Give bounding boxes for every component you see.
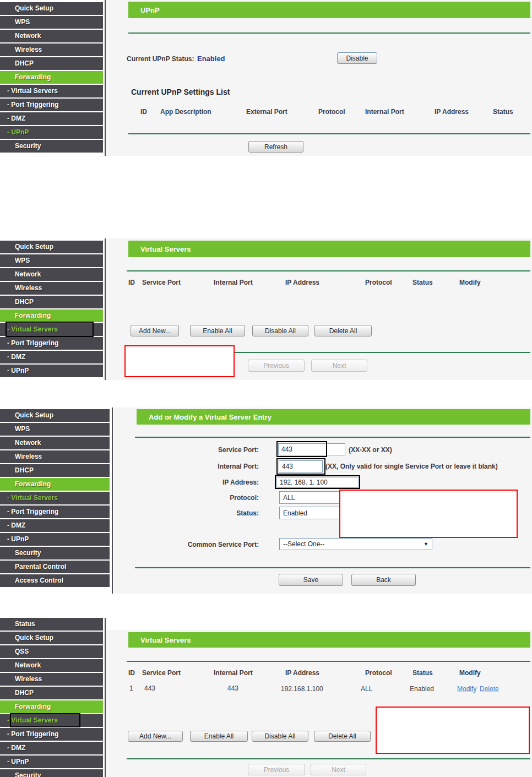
sidebar-item-virtual-servers[interactable]: - Virtual Servers	[0, 323, 103, 336]
add-new-button[interactable]: Add New...	[131, 325, 179, 336]
sidebar-item-wireless[interactable]: Wireless	[0, 673, 103, 686]
sidebar-item-network[interactable]: Network	[0, 268, 103, 281]
row-cell-status: Enabled	[410, 685, 434, 693]
save-button[interactable]: Save	[279, 574, 343, 586]
internal-port-label: Internal Port:	[127, 463, 259, 470]
sidebar-item-wireless[interactable]: Wireless	[0, 450, 110, 463]
sidebar-item-dmz[interactable]: - DMZ	[0, 742, 103, 754]
sidebar-item-port-triggering[interactable]: - Port Triggering	[0, 506, 110, 518]
sidebar-item-access-control[interactable]: Access Control	[0, 574, 110, 587]
sidebar-item-dhcp[interactable]: DHCP	[0, 296, 103, 308]
column-header-protocol: Protocol	[318, 108, 345, 116]
previous-button[interactable]: Previous	[248, 360, 305, 372]
sidebar-item-port-triggering[interactable]: - Port Triggering	[0, 99, 103, 111]
delete-all-button[interactable]: Delete All	[314, 325, 372, 336]
column-header-status: Status	[412, 279, 433, 286]
sidebar-item-network[interactable]: Network	[0, 30, 103, 42]
add-new-button[interactable]: Add New...	[128, 731, 183, 742]
disable-all-button[interactable]: Disable All	[252, 731, 308, 742]
sidebar-item-virtual-servers[interactable]: - Virtual Servers	[0, 492, 110, 504]
status-select-value: Enabled	[283, 509, 307, 517]
column-header-internal-port: Internal Port	[365, 108, 404, 116]
sidebar-item-forwarding[interactable]: Forwarding	[0, 700, 103, 713]
column-header-id: ID	[128, 279, 135, 286]
internal-port-input[interactable]	[279, 460, 323, 472]
sidebar-divider-2	[105, 238, 106, 380]
annotation-red-box-1	[124, 345, 235, 377]
dropdown-arrow-icon: ▼	[424, 541, 428, 547]
sidebar-item-quick-setup[interactable]: Quick Setup	[0, 2, 103, 15]
sidebar-item-qss[interactable]: QSS	[0, 645, 103, 658]
next-button[interactable]: Next	[311, 764, 366, 775]
sidebar-item-wireless[interactable]: Wireless	[0, 44, 103, 56]
sidebar-item-wps[interactable]: WPS	[0, 16, 103, 29]
separator-line	[135, 567, 530, 568]
separator-line	[128, 133, 530, 134]
modify-link[interactable]: Modify	[457, 685, 476, 693]
sidebar-item-virtual-servers[interactable]: - Virtual Servers	[0, 85, 103, 97]
sidebar-item-wps[interactable]: WPS	[0, 423, 110, 436]
row-cell-ip-address: 192.168.1.100	[281, 685, 323, 693]
status-label: Status:	[127, 509, 259, 517]
sidebar-item-forwarding[interactable]: Forwarding	[0, 71, 103, 84]
sidebar-item-virtual-servers[interactable]: - Virtual Servers	[0, 714, 103, 727]
sidebar-item-network[interactable]: Network	[0, 659, 103, 672]
ip-address-input[interactable]	[276, 477, 359, 488]
column-header-internal-port: Internal Port	[214, 669, 253, 677]
sidebar-item-dmz[interactable]: - DMZ	[0, 351, 103, 363]
sidebar-item-port-triggering[interactable]: - Port Triggering	[0, 728, 103, 741]
sidebar-item-network[interactable]: Network	[0, 437, 110, 449]
sidebar-divider-1	[105, 0, 106, 156]
sidebar-item-security[interactable]: Security	[0, 547, 110, 559]
sidebar-divider-4	[105, 618, 106, 777]
virtual-servers-page-background-2	[106, 630, 532, 777]
sidebar-item-forwarding[interactable]: Forwarding	[0, 478, 110, 491]
enable-all-button[interactable]: Enable All	[190, 731, 248, 742]
annotation-red-box-2	[339, 490, 518, 538]
column-header-protocol: Protocol	[365, 669, 392, 677]
back-button[interactable]: Back	[351, 574, 416, 586]
sidebar-item-upnp[interactable]: - UPnP	[0, 365, 103, 377]
row-cell-service-port: 443	[144, 684, 155, 692]
upnp-status-label: Current UPnP Status:	[127, 55, 194, 63]
sidebar-item-quick-setup[interactable]: Quick Setup	[0, 632, 103, 644]
enable-all-button[interactable]: Enable All	[190, 325, 245, 336]
sidebar-item-quick-setup[interactable]: Quick Setup	[0, 241, 103, 253]
upnp-settings-list-title: Current UPnP Settings List	[131, 88, 230, 96]
column-header-ip-address: IP Address	[285, 279, 319, 286]
sidebar-item-port-triggering[interactable]: - Port Triggering	[0, 337, 103, 350]
column-header-ip-address: IP Address	[435, 108, 469, 116]
next-button[interactable]: Next	[311, 360, 367, 372]
disable-all-button[interactable]: Disable All	[252, 325, 308, 336]
separator-line	[127, 758, 530, 759]
sidebar-item-wireless[interactable]: Wireless	[0, 282, 103, 295]
row-cell-protocol: ALL	[361, 685, 372, 693]
disable-button[interactable]: Disable	[337, 52, 377, 64]
delete-link[interactable]: Delete	[480, 685, 499, 693]
column-header-internal-port: Internal Port	[214, 279, 253, 286]
sidebar-item-upnp[interactable]: - UPnP	[0, 533, 110, 546]
sidebar-item-dhcp[interactable]: DHCP	[0, 687, 103, 699]
previous-button[interactable]: Previous	[248, 764, 305, 775]
protocol-label: Protocol:	[127, 494, 259, 502]
sidebar-item-dmz[interactable]: - DMZ	[0, 112, 103, 125]
sidebar-item-dmz[interactable]: - DMZ	[0, 519, 110, 532]
sidebar-item-upnp[interactable]: - UPnP	[0, 126, 103, 139]
annotation-red-box-3	[376, 707, 530, 754]
sidebar-item-wps[interactable]: WPS	[0, 254, 103, 267]
delete-all-button[interactable]: Delete All	[314, 731, 371, 742]
sidebar-item-upnp[interactable]: - UPnP	[0, 756, 103, 768]
common-service-port-select[interactable]: --Select One-- ▼	[279, 538, 432, 550]
sidebar-item-dhcp[interactable]: DHCP	[0, 57, 103, 70]
column-header-modify: Modify	[459, 669, 481, 677]
sidebar-item-dhcp[interactable]: DHCP	[0, 464, 110, 477]
column-header-app-description: App Description	[160, 108, 211, 116]
sidebar-item-quick-setup[interactable]: Quick Setup	[0, 409, 110, 422]
service-port-input[interactable]	[278, 443, 345, 455]
sidebar-item-parental-control[interactable]: Parental Control	[0, 561, 110, 573]
sidebar-item-security[interactable]: Security	[0, 769, 103, 777]
refresh-button[interactable]: Refresh	[248, 141, 303, 153]
sidebar-item-forwarding[interactable]: Forwarding	[0, 309, 103, 322]
sidebar-item-status[interactable]: Status	[0, 618, 103, 631]
sidebar-item-security[interactable]: Security	[0, 140, 103, 153]
